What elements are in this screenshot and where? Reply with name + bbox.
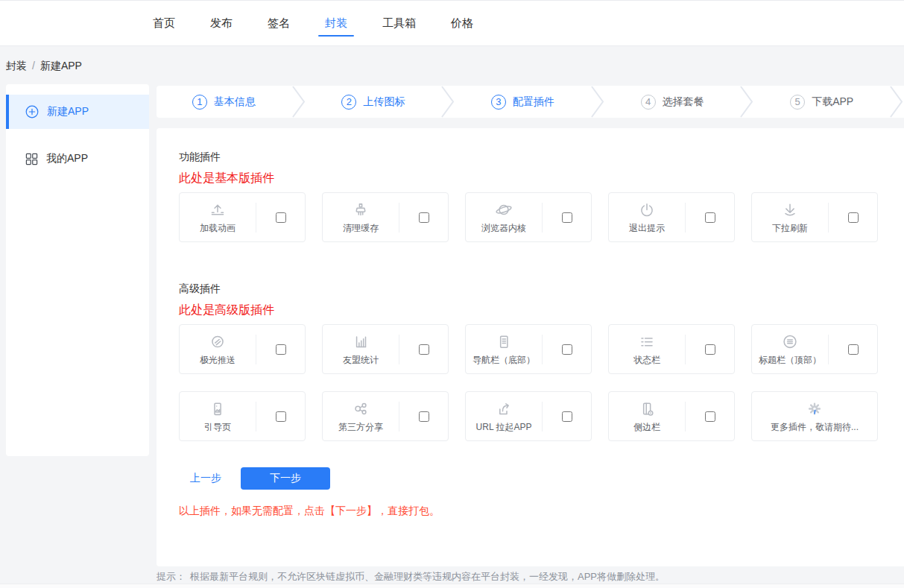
plugin-info: 导航栏（底部）: [466, 332, 542, 367]
plugin-checkbox-area: [256, 212, 305, 223]
more-plugins-gear-icon: [805, 399, 824, 420]
plugin-checkbox-area: [256, 344, 305, 355]
grid-icon: [25, 153, 38, 165]
plugin-info: 侧边栏: [609, 399, 685, 434]
breadcrumb-section[interactable]: 封装: [6, 60, 27, 72]
plugin-card-jpush[interactable]: 极光推送: [179, 324, 306, 374]
plugin-label: 状态栏: [633, 354, 660, 367]
plugin-checkbox-area: [686, 344, 734, 355]
plugin-info: 第三方分享: [323, 399, 399, 434]
plugin-checkbox-area: [829, 344, 877, 355]
plugin-info: 退出提示: [609, 200, 685, 235]
plugin-card-guide-page[interactable]: 引导页: [179, 391, 306, 441]
tip-text: 根据最新平台规则，不允许区块链虚拟币、金融理财类等违规内容在平台封装，一经发现，…: [190, 571, 665, 582]
loading-animation-icon: [208, 200, 227, 221]
step-configure-plugins[interactable]: 3 配置插件: [455, 86, 590, 118]
plugin-checkbox[interactable]: [419, 344, 429, 355]
plugin-card-third-party-share[interactable]: 第三方分享: [322, 391, 449, 441]
step-label: 基本信息: [214, 95, 256, 109]
chevron-right-icon: [590, 86, 605, 118]
plugin-checkbox-area: [399, 344, 448, 355]
step-label: 下载APP: [812, 95, 853, 109]
nav-item-publish[interactable]: 发布: [210, 0, 233, 46]
step-number: 1: [192, 95, 207, 110]
plugin-checkbox[interactable]: [562, 344, 572, 355]
plugin-config-panel: 功能插件 此处是基本版插件 加载动画: [157, 128, 904, 566]
plugin-label: 第三方分享: [338, 421, 383, 434]
url-launch-icon: [494, 399, 513, 420]
plugin-checkbox[interactable]: [419, 411, 429, 422]
plugin-checkbox[interactable]: [419, 212, 429, 223]
prev-step-link[interactable]: 上一步: [190, 472, 221, 485]
plugin-checkbox[interactable]: [848, 344, 859, 355]
plugin-card-titlebar-top[interactable]: 标题栏（顶部）: [751, 324, 878, 374]
step-upload-icon[interactable]: 2 上传图标: [306, 86, 441, 118]
plugin-checkbox[interactable]: [562, 212, 572, 223]
advanced-plugins-row-2: 引导页 第三方分享: [179, 391, 882, 441]
breadcrumb-separator: /: [32, 60, 35, 72]
plugin-checkbox[interactable]: [276, 344, 286, 355]
plugin-checkbox[interactable]: [276, 411, 286, 422]
plugin-checkbox[interactable]: [562, 411, 572, 422]
wizard-actions: 上一步 下一步: [179, 467, 882, 490]
chevron-right-icon: [440, 86, 455, 118]
basic-plugins-row: 加载动画 清理缓存: [179, 192, 882, 242]
plugin-checkbox-area: [399, 212, 448, 223]
sidebar-item-my-app[interactable]: 我的APP: [6, 142, 149, 176]
plugin-card-url-launch-app[interactable]: URL 拉起APP: [465, 391, 592, 441]
plugin-label: 极光推送: [200, 354, 236, 367]
step-download-app[interactable]: 5 下载APP: [754, 86, 889, 118]
section-title-function-plugins: 功能插件: [179, 149, 882, 164]
umeng-stats-icon: [351, 332, 370, 353]
plugin-label: 更多插件，敬请期待...: [771, 421, 859, 434]
plugin-checkbox-area: [256, 411, 305, 422]
sidebar-plugin-icon: [637, 399, 657, 420]
breadcrumb-current: 新建APP: [40, 60, 82, 72]
sidebar-item-new-app[interactable]: 新建APP: [6, 95, 149, 129]
guide-page-icon: [208, 399, 227, 420]
nav-item-home[interactable]: 首页: [153, 0, 175, 46]
plus-circle-icon: [25, 105, 39, 118]
plugin-label: 下拉刷新: [772, 222, 808, 235]
plugin-card-clear-cache[interactable]: 清理缓存: [322, 192, 449, 242]
plugin-info: 状态栏: [609, 332, 685, 367]
plugin-card-exit-prompt[interactable]: 退出提示: [608, 192, 735, 242]
plugin-label: 浏览器内核: [481, 222, 526, 235]
plugin-checkbox[interactable]: [276, 212, 286, 223]
plugin-card-umeng-stats[interactable]: 友盟统计: [322, 324, 449, 374]
statusbar-icon: [637, 332, 657, 353]
plugin-card-navbar-bottom[interactable]: 导航栏（底部）: [465, 324, 592, 374]
plugin-info: URL 拉起APP: [466, 399, 542, 434]
next-step-button[interactable]: 下一步: [241, 467, 330, 490]
clear-cache-icon: [351, 200, 370, 221]
step-select-plan[interactable]: 4 选择套餐: [605, 86, 740, 118]
plugin-info: 浏览器内核: [466, 200, 542, 235]
plugin-card-more-plugins[interactable]: 更多插件，敬请期待...: [751, 391, 878, 441]
jpush-icon: [208, 332, 227, 353]
sidebar: 新建APP 我的APP: [6, 84, 149, 456]
plugin-card-sidebar[interactable]: 侧边栏: [608, 391, 735, 441]
plugin-checkbox[interactable]: [705, 344, 715, 355]
plugin-card-loading-animation[interactable]: 加载动画: [179, 192, 306, 242]
plugin-checkbox[interactable]: [848, 212, 859, 223]
plugin-checkbox[interactable]: [705, 411, 715, 422]
step-number: 5: [790, 95, 805, 110]
plugin-card-statusbar[interactable]: 状态栏: [608, 324, 735, 374]
packaging-warn-note: 以上插件，如果无需配置，点击【下一步】，直接打包。: [179, 505, 882, 518]
step-basic-info[interactable]: 1 基本信息: [157, 86, 291, 118]
step-number: 4: [641, 95, 656, 110]
plugin-card-browser-kernel[interactable]: 浏览器内核: [465, 192, 592, 242]
top-nav: 首页 发布 签名 封装 工具箱 价格: [0, 0, 904, 46]
plugin-card-pull-refresh[interactable]: 下拉刷新: [751, 192, 878, 242]
nav-item-price[interactable]: 价格: [451, 0, 473, 46]
nav-item-package[interactable]: 封装: [325, 0, 347, 46]
breadcrumb: 封装/新建APP: [6, 60, 82, 73]
nav-item-toolbox[interactable]: 工具箱: [382, 0, 416, 46]
plugin-checkbox-area: [686, 212, 734, 223]
plugin-checkbox[interactable]: [705, 212, 715, 223]
exit-prompt-icon: [637, 200, 657, 221]
chevron-right-icon: [889, 86, 904, 118]
plugin-checkbox-area: [829, 212, 877, 223]
nav-item-signature[interactable]: 签名: [268, 0, 290, 46]
plugin-label: 标题栏（顶部）: [759, 354, 821, 367]
